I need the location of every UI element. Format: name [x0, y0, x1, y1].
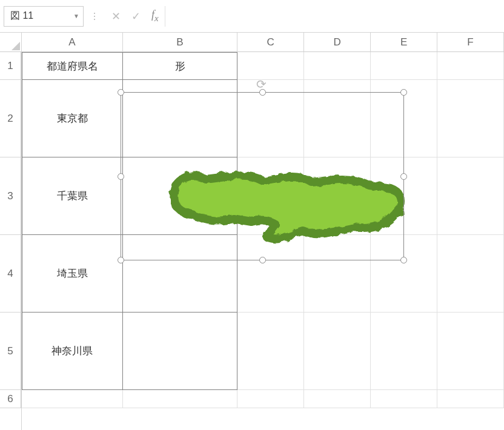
- cell-f2[interactable]: [437, 80, 504, 157]
- row-header-6[interactable]: 6: [0, 390, 21, 408]
- cell-a6[interactable]: [22, 390, 123, 408]
- cell-c2[interactable]: [237, 80, 304, 157]
- cell-e2[interactable]: [371, 80, 437, 157]
- row-header-2[interactable]: 2: [0, 80, 21, 157]
- cell-a3[interactable]: 千葉県: [22, 157, 123, 235]
- cell-f5[interactable]: [437, 313, 504, 390]
- cell-d1[interactable]: [304, 52, 371, 80]
- cell-a4[interactable]: 埼玉県: [22, 235, 123, 313]
- cell-e5[interactable]: [371, 313, 437, 390]
- cell-b6[interactable]: [123, 390, 238, 408]
- cell-d6[interactable]: [304, 390, 371, 408]
- table-row: 東京都: [22, 80, 504, 157]
- cells-area[interactable]: 都道府県名 形 東京都 千葉県 埼玉県: [22, 52, 504, 430]
- cell-f4[interactable]: [437, 235, 504, 313]
- cell-d2[interactable]: [304, 80, 371, 157]
- cell-e6[interactable]: [371, 390, 437, 408]
- cell-b2[interactable]: [123, 80, 237, 157]
- table-row: [22, 390, 504, 408]
- col-header-e[interactable]: E: [371, 33, 437, 52]
- row-header-1[interactable]: 1: [0, 52, 21, 80]
- column-headers: A B C D E F: [22, 33, 504, 52]
- col-header-d[interactable]: D: [304, 33, 371, 52]
- col-header-b[interactable]: B: [123, 33, 238, 52]
- cell-a5[interactable]: 神奈川県: [22, 313, 123, 390]
- cell-f6[interactable]: [437, 390, 504, 408]
- formula-bar: 図 11 ▼ ✕ ✓ fx: [0, 0, 504, 33]
- col-header-a[interactable]: A: [22, 33, 123, 52]
- cell-b5[interactable]: [123, 313, 237, 390]
- table-row: 都道府県名 形: [22, 52, 504, 80]
- chevron-down-icon[interactable]: ▼: [73, 13, 79, 19]
- cell-d5[interactable]: [304, 313, 371, 390]
- check-icon: ✓: [131, 10, 141, 23]
- cell-f3[interactable]: [437, 157, 504, 235]
- cell-c5[interactable]: [237, 313, 304, 390]
- table-row: 神奈川県: [22, 313, 504, 390]
- row-header-4[interactable]: 4: [0, 235, 21, 313]
- formula-controls: ✕ ✓ fx: [105, 8, 165, 24]
- select-all-corner[interactable]: [0, 33, 22, 52]
- cancel-icon: ✕: [111, 10, 121, 23]
- cell-b1[interactable]: 形: [123, 52, 237, 80]
- row-header-5[interactable]: 5: [0, 313, 21, 390]
- name-box[interactable]: 図 11 ▼: [4, 6, 84, 27]
- spreadsheet-grid: A B C D E F 1 2 3 4 5 6 都道府県名 形 東京都: [0, 33, 504, 430]
- cell-a2[interactable]: 東京都: [22, 80, 123, 157]
- name-box-value: 図 11: [10, 10, 33, 22]
- cell-f1[interactable]: [437, 52, 504, 80]
- map-shape-tokyo[interactable]: [158, 152, 412, 261]
- formula-input[interactable]: [165, 6, 504, 27]
- col-header-f[interactable]: F: [437, 33, 504, 52]
- cell-a1[interactable]: 都道府県名: [22, 52, 123, 80]
- col-header-c[interactable]: C: [237, 33, 304, 52]
- row-header-3[interactable]: 3: [0, 157, 21, 235]
- fx-icon[interactable]: fx: [151, 8, 159, 24]
- cell-c6[interactable]: [237, 390, 304, 408]
- row-headers: 1 2 3 4 5 6: [0, 33, 22, 430]
- cell-c1[interactable]: [237, 52, 304, 80]
- divider-icon: [88, 13, 101, 20]
- cell-e1[interactable]: [371, 52, 437, 80]
